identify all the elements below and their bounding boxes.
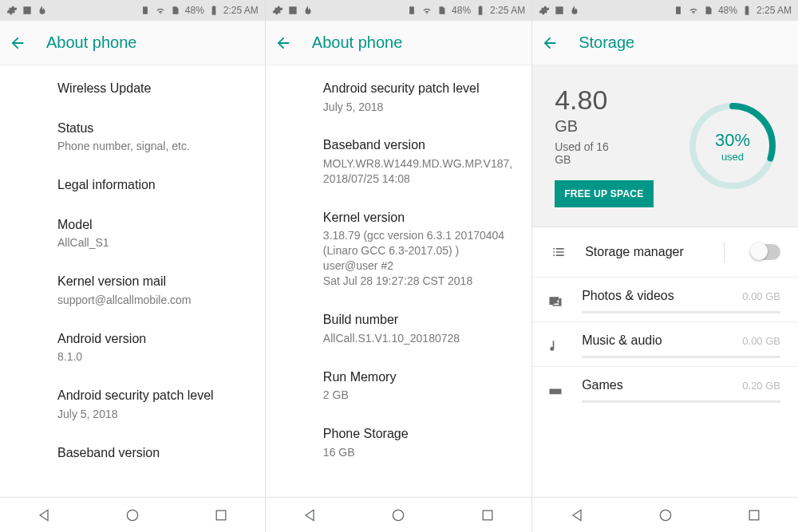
row-title: Games — [582, 378, 623, 392]
page-title: About phone — [46, 33, 136, 52]
settings-item[interactable]: Android version 8.1.0 — [57, 319, 246, 376]
storage-category-row[interactable]: Games 0.20 GB — [532, 366, 798, 411]
storage-category-row[interactable]: Photos & videos 0.00 GB — [532, 277, 798, 321]
vibrate-icon — [140, 5, 151, 16]
item-sub: 2 GB — [323, 388, 512, 403]
settings-item[interactable]: Legal information — [57, 165, 246, 205]
svg-marker-0 — [40, 510, 48, 520]
settings-item[interactable]: Wireless Update — [57, 69, 246, 108]
gear-icon — [272, 5, 283, 16]
battery-percent: 48% — [718, 5, 737, 16]
clock: 2:25 AM — [223, 5, 259, 16]
wifi-icon — [688, 5, 699, 16]
row-title: Photos & videos — [582, 289, 674, 303]
nav-recent[interactable] — [745, 506, 763, 524]
row-value: 0.00 GB — [742, 290, 780, 302]
row-value: 0.00 GB — [742, 335, 780, 347]
item-title: Baseband version — [57, 444, 246, 462]
page-title: About phone — [312, 33, 402, 52]
settings-item[interactable]: Baseband version MOLY.WR8.W1449.MD.WG.MP… — [323, 125, 512, 197]
flame-icon — [302, 5, 314, 16]
wifi-icon — [155, 5, 166, 16]
item-title: Status — [57, 120, 246, 137]
battery-icon — [208, 5, 219, 16]
battery-icon — [741, 5, 753, 16]
image-icon — [22, 5, 33, 16]
nav-back[interactable] — [35, 506, 53, 524]
settings-item[interactable]: Android security patch level July 5, 201… — [57, 376, 246, 432]
nosim-icon — [170, 5, 181, 16]
settings-item[interactable]: Model AllCall_S1 — [57, 205, 246, 262]
settings-item[interactable]: Baseband version — [57, 433, 246, 473]
settings-item[interactable]: Build number AllCall.S1.V1.10_20180728 — [323, 300, 512, 357]
nav-recent[interactable] — [479, 506, 496, 524]
item-title: Android security patch level — [57, 387, 246, 404]
item-title: Model — [57, 216, 246, 234]
flame-icon — [569, 5, 580, 16]
nav-bar — [266, 497, 531, 532]
back-button[interactable] — [8, 33, 27, 53]
item-sub: 3.18.79 (gcc version 6.3.1 20170404 (Lin… — [323, 228, 512, 289]
status-bar: 48% 2:25 AM — [532, 0, 798, 21]
svg-marker-3 — [306, 510, 314, 520]
nav-home[interactable] — [389, 506, 407, 524]
item-sub: Phone number, signal, etc. — [57, 139, 246, 154]
storage-manager-row[interactable]: Storage manager — [532, 227, 798, 277]
nav-bar — [0, 497, 265, 532]
settings-item[interactable]: Kernel version 3.18.79 (gcc version 6.3.… — [323, 198, 512, 300]
nav-home[interactable] — [124, 506, 141, 524]
nav-back[interactable] — [301, 506, 318, 524]
item-sub: 16 GB — [323, 445, 512, 460]
item-sub: July 5, 2018 — [57, 407, 246, 422]
phone-screen-1: 48% 2:25 AM About phone Android security… — [266, 0, 532, 532]
back-button[interactable] — [540, 33, 559, 53]
row-bar — [582, 356, 780, 358]
svg-rect-2 — [216, 510, 226, 520]
app-bar: About phone — [266, 21, 531, 65]
page-title: Storage — [579, 33, 634, 52]
row-value: 0.20 GB — [742, 380, 780, 392]
storage-used-unit: GB — [555, 117, 653, 136]
storage-manager-toggle[interactable] — [750, 244, 780, 260]
photos-icon — [547, 293, 564, 310]
nav-back[interactable] — [568, 506, 586, 524]
row-title: Music & audio — [582, 333, 662, 348]
row-title: Storage manager — [585, 245, 701, 259]
item-sub: AllCall_S1 — [57, 235, 246, 250]
battery-percent: 48% — [452, 5, 471, 16]
battery-icon — [475, 5, 486, 16]
nav-home[interactable] — [657, 506, 674, 524]
row-bar — [582, 400, 780, 403]
svg-point-4 — [393, 510, 404, 520]
vibrate-icon — [406, 5, 417, 16]
battery-percent: 48% — [185, 5, 204, 16]
free-up-space-button[interactable]: FREE UP SPACE — [555, 180, 653, 207]
item-sub: AllCall.S1.V1.10_20180728 — [323, 331, 512, 346]
item-title: Android version — [57, 330, 246, 348]
item-sub: July 5, 2018 — [323, 100, 512, 115]
storage-category-row[interactable]: Music & audio 0.00 GB — [532, 321, 798, 366]
item-title: Phone Storage — [323, 425, 512, 443]
svg-rect-10 — [749, 510, 759, 520]
nav-recent[interactable] — [212, 506, 230, 524]
app-bar: About phone — [0, 21, 265, 65]
clock: 2:25 AM — [490, 5, 525, 16]
music-icon — [547, 337, 564, 355]
settings-item[interactable]: Run Memory 2 GB — [323, 357, 512, 414]
storage-percent-caption: used — [721, 151, 744, 163]
storage-used-number: 4.80 — [555, 85, 653, 116]
app-bar: Storage — [532, 21, 798, 65]
item-sub: MOLY.WR8.W1449.MD.WG.MP.V187, 2018/07/25… — [323, 156, 512, 187]
back-button[interactable] — [274, 33, 293, 53]
wifi-icon — [421, 5, 433, 16]
phone-screen-2: 48% 2:25 AM Storage 4.80 GB Used of 16 G… — [532, 0, 798, 532]
item-title: Legal information — [57, 176, 246, 194]
storage-used-of: Used of 16 GB — [555, 140, 626, 166]
settings-item[interactable]: Status Phone number, signal, etc. — [57, 108, 246, 165]
settings-item[interactable]: Kernel version mail support@allcallmobil… — [57, 262, 246, 318]
settings-item[interactable]: Phone Storage 16 GB — [323, 414, 512, 471]
settings-item[interactable]: Android security patch level July 5, 201… — [323, 69, 512, 125]
item-title: Kernel version mail — [57, 273, 246, 290]
nosim-icon — [437, 5, 448, 16]
clock: 2:25 AM — [757, 5, 792, 16]
